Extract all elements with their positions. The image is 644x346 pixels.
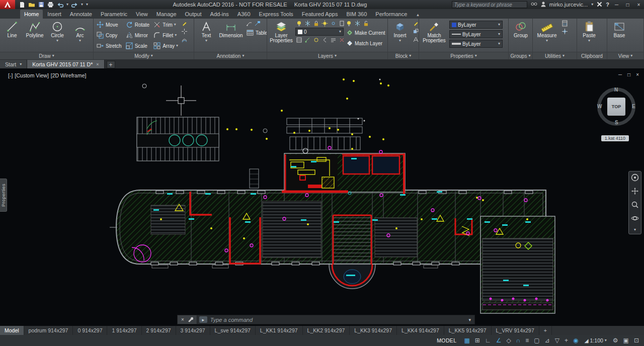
block-edit-icon[interactable] (412, 20, 419, 27)
multileader-tool-icon[interactable] (254, 20, 261, 27)
layers-expand-icon[interactable]: ▾ (335, 54, 337, 58)
signed-in-user[interactable]: mirko.jurcevic... (549, 2, 588, 8)
layer-thaw-icon[interactable] (312, 36, 320, 44)
layer-unlock-icon[interactable] (362, 20, 370, 27)
fillet-button[interactable]: Fillet▾ (152, 30, 179, 40)
redo-dropdown-icon[interactable]: ▾ (81, 3, 83, 7)
tab-express-tools[interactable]: Express Tools (255, 10, 297, 19)
close-drawing-tab-icon[interactable]: × (96, 62, 99, 67)
object-color-dropdown[interactable]: ByLayer▾ (449, 21, 503, 29)
draw-panel-title[interactable]: Draw▾ (0, 52, 93, 59)
tab-featured-apps[interactable]: Featured Apps (298, 10, 342, 19)
gizmo-icon[interactable]: + (562, 335, 571, 345)
orbit-tool-icon[interactable] (631, 214, 639, 224)
move-button[interactable]: Move (95, 20, 123, 30)
groups-panel-title[interactable]: Groups▾ (509, 52, 532, 59)
model-space-viewport[interactable]: [-] [Custom View] [2D Wireframe] ─ □ × N… (0, 68, 644, 326)
active-drawing-tab[interactable]: Korta GHV 2015 07 11 D*× (27, 60, 104, 68)
ribbon-minimize-toggle-icon[interactable]: ▴ (415, 11, 421, 19)
layout-tab-lkk3[interactable]: L_KK3 914x297 (350, 326, 397, 335)
user-icon[interactable] (541, 2, 546, 8)
viewport-restore-icon[interactable]: □ (627, 72, 630, 77)
minimize-window-icon[interactable]: ─ (613, 2, 620, 8)
isometric-drafting-icon[interactable]: ◇ (504, 335, 513, 345)
selection-filter-icon[interactable]: ▽ (552, 335, 562, 345)
tab-home[interactable]: Home (20, 10, 43, 19)
tab-output[interactable]: Output (181, 10, 206, 19)
viewport-minimize-icon[interactable]: ─ (618, 72, 622, 77)
layer-merge-icon[interactable] (330, 36, 337, 44)
selection-cycling-icon[interactable]: ▢ (531, 335, 542, 345)
copy-button[interactable]: Copy (95, 30, 123, 40)
plot-icon[interactable] (47, 2, 54, 8)
groups-expand-icon[interactable]: ▾ (528, 54, 530, 58)
layer-off-icon[interactable] (295, 20, 303, 27)
layout-tab-model[interactable]: Model (0, 326, 24, 335)
text-button[interactable]: Text▾ (196, 20, 217, 43)
viewcube-north[interactable]: N (614, 87, 618, 93)
rotate-button[interactable]: Rotate (124, 20, 150, 30)
layout-tab-lkk4[interactable]: L_KK4 914x297 (397, 326, 444, 335)
layout-tab-lvrv[interactable]: L_VRV 914x297 (492, 326, 539, 335)
block-create-icon[interactable] (412, 28, 419, 35)
arc-dropdown-icon[interactable]: ▾ (79, 39, 81, 43)
measure-button[interactable]: Measure▾ (534, 20, 559, 43)
user-menu-arrow-icon[interactable]: ▾ (591, 3, 593, 7)
block-attributes-icon[interactable] (412, 36, 419, 43)
search-icon[interactable] (531, 2, 537, 8)
undo-icon[interactable] (57, 2, 63, 8)
layout-tab-lkk5[interactable]: L_KK5 914x297 (444, 326, 492, 335)
view-panel-title[interactable]: View▾ (607, 52, 643, 59)
quick-properties-icon[interactable]: ▣ (621, 335, 631, 345)
paste-dropdown-icon[interactable]: ▾ (588, 39, 590, 43)
layer-lock-icon[interactable] (312, 20, 320, 27)
properties-expand-icon[interactable]: ▾ (475, 54, 477, 58)
layout-tab-0[interactable]: 0 914x297 (73, 326, 107, 335)
layers-panel-title[interactable]: Layers▾ (267, 52, 387, 59)
layer-vpfreeze-icon[interactable] (354, 20, 361, 27)
trim-dropdown-icon[interactable]: ▾ (174, 23, 176, 27)
lineweight-dropdown[interactable]: ByLayer▾ (449, 40, 503, 48)
block-panel-title[interactable]: Block▾ (388, 52, 419, 59)
close-window-icon[interactable]: × (635, 2, 642, 8)
stretch-button[interactable]: Stretch (95, 41, 123, 51)
block-expand-icon[interactable]: ▾ (409, 54, 411, 58)
viewcube-west[interactable]: W (597, 104, 602, 109)
tab-bim360[interactable]: BIM 360 (342, 10, 371, 19)
measure-dropdown-icon[interactable]: ▾ (546, 39, 548, 43)
make-current-button[interactable]: Make Current (345, 28, 386, 38)
base-button[interactable]: Base (609, 20, 630, 38)
match-layer-button[interactable]: Match Layer (345, 38, 386, 48)
workspace-switching-gear-icon[interactable]: ⚙ (610, 335, 621, 345)
view-control[interactable]: [Custom View] (15, 72, 49, 78)
layer-walk-icon[interactable] (304, 36, 311, 44)
annotation-visibility-icon[interactable]: ◉ (571, 335, 581, 345)
restore-window-icon[interactable]: □ (624, 2, 631, 8)
viewcube[interactable]: N W E S TOP (597, 88, 635, 126)
view-expand-icon[interactable]: ▾ (630, 54, 632, 58)
command-placeholder[interactable]: Type a command (210, 317, 464, 323)
pan-tool-icon[interactable] (631, 187, 639, 197)
array-button[interactable]: Array▾ (152, 41, 179, 51)
draw-expand-icon[interactable]: ▾ (52, 54, 54, 58)
layout-tab-2[interactable]: 2 914x297 (142, 326, 176, 335)
trim-button[interactable]: Trim▾ (152, 20, 179, 30)
navbar-more-icon[interactable]: ▾ (634, 228, 636, 232)
tab-insert[interactable]: Insert (43, 10, 65, 19)
layout-tab-lsve[interactable]: L_sve 914x297 (210, 326, 256, 335)
offset-tool-icon[interactable] (181, 36, 188, 43)
command-history-icon[interactable]: ▾ (467, 317, 472, 322)
mirror-button[interactable]: Mirror (124, 30, 150, 40)
command-input[interactable]: ▸ Type a command ▾ (197, 315, 475, 324)
ortho-mode-icon[interactable]: ∟ (482, 335, 494, 345)
tab-manage[interactable]: Manage (152, 10, 181, 19)
tab-view[interactable]: View (132, 10, 152, 19)
paste-button[interactable]: Paste▾ (579, 20, 600, 43)
match-properties-button[interactable]: Match Properties (421, 20, 448, 43)
layer-state-icon[interactable] (295, 36, 303, 44)
command-wrench-icon[interactable] (187, 316, 193, 323)
full-navigation-wheel-icon[interactable] (631, 174, 639, 184)
viewport-close-icon[interactable]: × (636, 72, 639, 77)
line-button[interactable]: Line (2, 20, 23, 38)
erase-tool-icon[interactable] (181, 20, 188, 27)
